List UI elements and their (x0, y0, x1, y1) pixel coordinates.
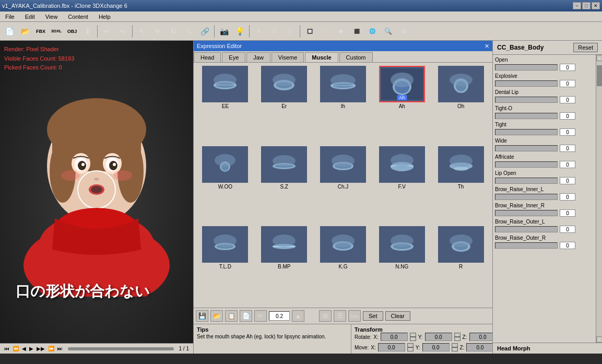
expr-value-input[interactable] (269, 311, 290, 321)
rotate-y-down[interactable]: ▼ (454, 337, 461, 341)
menu-content[interactable]: Content (65, 13, 91, 21)
morph-scroll-thumb[interactable] (597, 65, 602, 86)
toolbar-arrow[interactable]: ↖ (135, 24, 149, 39)
morph-slider-wide[interactable] (495, 145, 558, 151)
toolbar-new[interactable]: 📄 (2, 24, 17, 39)
move-y-down[interactable]: ▼ (452, 347, 458, 351)
expr-cell-oh[interactable]: Oh (432, 66, 489, 144)
toolbar-import[interactable]: ⬇ (80, 24, 95, 39)
move-x-down[interactable]: ▼ (407, 347, 414, 351)
toolbar-view1[interactable]: ⊞ (252, 24, 266, 39)
viewport[interactable]: Render: Pixel Shader Visible Faces Count… (0, 41, 193, 354)
set-button[interactable]: Set (363, 311, 383, 321)
play-btn-next[interactable]: ⏭ (57, 346, 63, 351)
rotate-y-spin[interactable]: ▲ ▼ (454, 333, 461, 341)
expr-cell-ee[interactable]: EE (197, 66, 254, 144)
expr-tool-folder[interactable]: 📂 (210, 310, 223, 322)
expr-cell-tld[interactable]: T.L.D (197, 226, 254, 304)
expr-cell-chj[interactable]: Ch.J (315, 146, 372, 225)
expr-cell-th[interactable]: Th (432, 146, 489, 225)
expr-thumb-ih[interactable] (320, 66, 366, 102)
expr-cell-woo[interactable]: W.OO (197, 146, 254, 225)
expr-thumb-tld[interactable] (202, 226, 248, 263)
toolbar-fbx[interactable]: FBX (33, 24, 48, 39)
expr-tool-grid[interactable]: ⊞ (319, 310, 332, 322)
reset-button[interactable]: Reset (573, 43, 598, 52)
play-btn-prev[interactable]: ⏮ (4, 346, 9, 351)
expr-thumb-r[interactable] (438, 226, 484, 263)
play-btn-fwd[interactable]: ⏩ (48, 346, 54, 351)
expr-thumb-ee[interactable] (202, 66, 248, 102)
expr-cell-bmp[interactable]: B.MP (256, 226, 313, 304)
rotate-x-down[interactable]: ▼ (410, 337, 416, 341)
move-y-input[interactable] (422, 343, 450, 351)
morph-slider-explosive[interactable] (495, 80, 558, 87)
morph-slider-lip-open[interactable] (495, 178, 558, 184)
expr-thumb-sz[interactable] (261, 146, 307, 183)
toolbar-3dxl[interactable]: 3DXL (49, 24, 64, 39)
menu-help[interactable]: Help (96, 13, 114, 21)
expr-cell-nng[interactable]: N.NG (373, 226, 430, 304)
morph-slider-tight-o[interactable] (495, 113, 558, 119)
morph-slider-brow-inner-l[interactable] (495, 194, 558, 200)
expr-tool-copy[interactable]: 📋 (225, 310, 238, 322)
expr-thumb-kg[interactable] (320, 226, 366, 263)
toolbar-wire[interactable]: ⬡ (318, 24, 333, 39)
rotate-x-up[interactable]: ▲ (410, 333, 416, 337)
tab-head[interactable]: Head (194, 52, 221, 62)
expr-thumb-bmp[interactable] (261, 226, 307, 263)
expr-cell-fv[interactable]: F.V (373, 146, 430, 225)
expr-tool-save[interactable]: 💾 (196, 310, 208, 322)
toolbar-settings[interactable]: ⚙ (396, 24, 411, 39)
expr-tool-up[interactable]: ▲ (292, 310, 304, 322)
toolbar-move[interactable]: ✛ (150, 24, 165, 39)
expr-cell-er[interactable]: Er (256, 66, 313, 144)
toolbar-rotate[interactable]: ↻ (166, 24, 181, 39)
toolbar-view3[interactable]: ◫ (283, 24, 298, 39)
morph-scroll-up[interactable]: ▲ (596, 55, 602, 61)
expr-thumb-fv[interactable] (379, 146, 425, 183)
morph-scrollbar[interactable]: ▲ ▼ (596, 55, 602, 343)
move-x-input[interactable] (378, 343, 405, 351)
move-y-up[interactable]: ▲ (452, 343, 458, 347)
move-z-input[interactable] (466, 343, 493, 351)
expr-thumb-woo[interactable] (202, 146, 248, 183)
expr-thumb-er[interactable] (261, 66, 307, 102)
timeline-bar[interactable] (68, 347, 174, 350)
close-button[interactable]: ✕ (592, 2, 600, 9)
expr-cell-r[interactable]: R (432, 226, 489, 304)
toolbar-search[interactable]: 🔍 (381, 24, 395, 39)
expr-thumb-th[interactable] (438, 146, 484, 183)
morph-slider-tight[interactable] (495, 129, 558, 135)
minimize-button[interactable]: − (573, 2, 581, 9)
play-btn-prev-frame[interactable]: ◀ (22, 346, 26, 351)
expression-editor-close[interactable]: ✕ (485, 43, 489, 50)
rotate-y-input[interactable] (425, 333, 452, 341)
move-y-spin[interactable]: ▲ ▼ (452, 343, 458, 351)
toolbar-solid[interactable]: ⬢ (334, 24, 348, 39)
morph-scroll-down[interactable]: ▼ (596, 336, 602, 343)
move-x-spin[interactable]: ▲ ▼ (407, 343, 414, 351)
rotate-y-up[interactable]: ▲ (454, 333, 461, 337)
expr-thumb-ah[interactable]: Ah (379, 66, 425, 102)
morph-slider-brow-outer-l[interactable] (495, 226, 558, 232)
expr-tool-edit[interactable]: ✏ (254, 310, 267, 322)
tab-viseme[interactable]: Viseme (272, 52, 304, 62)
move-x-up[interactable]: ▲ (407, 343, 414, 347)
morph-slider-brow-outer-r[interactable] (495, 242, 558, 249)
expr-thumb-chj[interactable] (320, 146, 366, 183)
expr-tool-paste[interactable]: 📄 (240, 310, 252, 322)
tab-custom[interactable]: Custom (339, 52, 373, 62)
toolbar-link[interactable]: 🔗 (197, 24, 212, 39)
toolbar-light[interactable]: 💡 (232, 24, 247, 39)
clear-button[interactable]: Clear (385, 311, 410, 321)
toolbar-view2[interactable]: ⊡ (267, 24, 282, 39)
play-btn-next-frame[interactable]: ▶▶ (37, 346, 45, 351)
menu-file[interactable]: File (2, 13, 18, 21)
tab-eye[interactable]: Eye (222, 52, 245, 62)
toolbar-obj[interactable]: OBJ (65, 24, 79, 39)
expr-cell-ah[interactable]: Ah Ah (373, 66, 430, 144)
play-btn-back[interactable]: ⏪ (13, 346, 19, 351)
expr-tool-list[interactable]: ☰ (334, 310, 346, 322)
morph-slider-affricate[interactable] (495, 161, 558, 168)
